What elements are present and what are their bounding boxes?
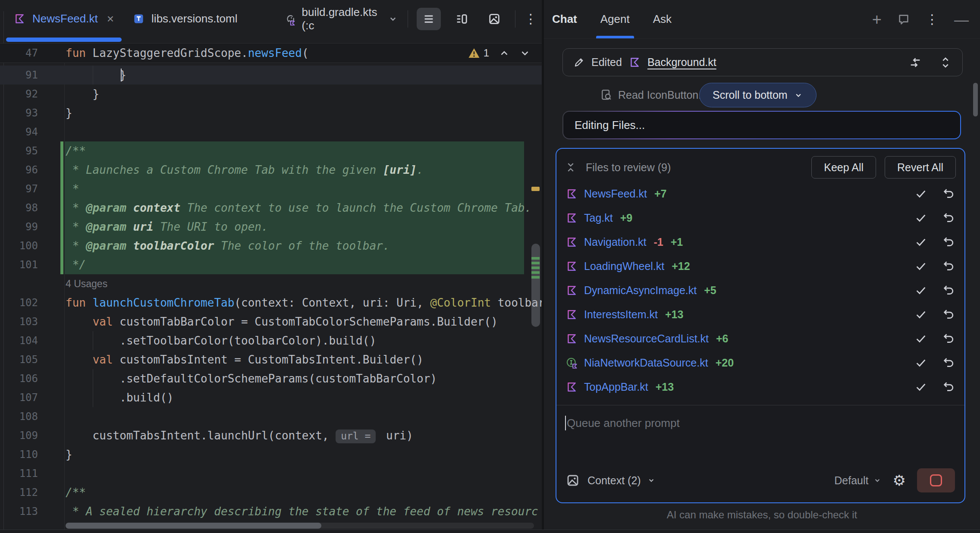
revert-file-undo-icon[interactable]: [942, 332, 955, 345]
tab-dropdown-icon[interactable]: [388, 14, 398, 24]
settings-gear-icon[interactable]: ⚙: [893, 473, 906, 488]
code-line-109[interactable]: 109 customTabsIntent.launchUrl(context, …: [0, 426, 542, 445]
editor-horizontal-scrollbar[interactable]: [66, 523, 534, 529]
code-line-95[interactable]: 95/**: [0, 141, 542, 160]
revert-file-undo-icon[interactable]: [942, 308, 955, 321]
file-link[interactable]: LoadingWheel.kt: [584, 260, 664, 273]
revert-all-button[interactable]: Revert All: [885, 156, 956, 179]
file-link[interactable]: TopAppBar.kt: [584, 381, 648, 393]
file-link[interactable]: NiaNetworkDataSource.kt: [584, 357, 708, 369]
review-file-row-dynamicasyncimage-kt[interactable]: DynamicAsyncImage.kt+5: [556, 278, 964, 302]
new-chat-icon[interactable]: +: [872, 11, 882, 28]
review-file-row-navigation-kt[interactable]: Navigation.kt-1+1: [556, 230, 964, 254]
code-line-104[interactable]: 104 .setToolbarColor(toolbarColor).build…: [0, 331, 542, 350]
file-link[interactable]: Navigation.kt: [584, 236, 647, 248]
chat-more-menu-icon[interactable]: ⋮: [926, 12, 939, 27]
review-file-row-newsresourcecardlist-kt[interactable]: NewsResourceCardList.kt+6: [556, 326, 964, 351]
split-preview-button[interactable]: [449, 8, 474, 30]
agent-status-text: Editing Files...: [575, 119, 645, 132]
preview-image-button[interactable]: [482, 8, 506, 30]
review-file-row-nianetworkdatasource-kt[interactable]: NiaNetworkDataSource.kt+20: [556, 351, 964, 375]
code-text: *: [66, 182, 79, 195]
revert-file-undo-icon[interactable]: [942, 211, 955, 224]
revert-file-undo-icon[interactable]: [942, 380, 955, 393]
file-link[interactable]: InterestsItem.kt: [584, 308, 658, 321]
revert-file-undo-icon[interactable]: [942, 284, 955, 297]
code-line-91[interactable]: 91 }: [0, 66, 542, 85]
keep-file-check-icon[interactable]: [914, 332, 927, 345]
list-view-button[interactable]: [417, 8, 441, 30]
attach-image-icon[interactable]: [566, 473, 580, 487]
keep-file-check-icon[interactable]: [914, 308, 927, 321]
revert-file-undo-icon[interactable]: [942, 356, 955, 369]
revert-file-undo-icon[interactable]: [942, 187, 955, 200]
code-line-100[interactable]: 100 * @param toolbarColor The color of t…: [0, 236, 542, 255]
chat-scrollbar-thumb[interactable]: [973, 83, 978, 116]
diff-swap-icon[interactable]: [909, 56, 922, 69]
file-link[interactable]: NewsResourceCardList.kt: [584, 332, 709, 345]
code-line-99[interactable]: 99 * @param uri The URI to open.: [0, 217, 542, 236]
file-link[interactable]: NewsFeed.kt: [584, 188, 647, 200]
keep-all-button[interactable]: Keep All: [811, 156, 876, 179]
code-line-98[interactable]: 98 * @param context The context to use t…: [0, 198, 542, 217]
code-line-113[interactable]: 113 * A sealed hierarchy describing the …: [0, 502, 542, 521]
code-line-105[interactable]: 105 val customTabsIntent = CustomTabsInt…: [0, 350, 542, 369]
usages-hint[interactable]: 4 Usages: [0, 274, 542, 293]
horizontal-scrollbar-thumb[interactable]: [66, 523, 321, 529]
file-link[interactable]: Tag.kt: [584, 212, 613, 224]
code-line-96[interactable]: 96 * Launches a Custom Chrome Tab with t…: [0, 160, 542, 179]
close-tab-icon[interactable]: ×: [107, 12, 114, 26]
code-line-106[interactable]: 106 .setDefaultColorSchemeParams(customT…: [0, 369, 542, 388]
keep-file-check-icon[interactable]: [914, 187, 927, 200]
code-line-108[interactable]: 108: [0, 407, 542, 426]
code-line-93[interactable]: 93}: [0, 103, 542, 122]
code-line-102[interactable]: 102fun launchCustomChromeTab(context: Co…: [0, 293, 542, 312]
context-dropdown[interactable]: Context (2): [587, 474, 656, 487]
code-line-110[interactable]: 110}: [0, 445, 542, 464]
revert-file-undo-icon[interactable]: [942, 260, 955, 273]
code-line-111[interactable]: 111: [0, 464, 542, 483]
code-line-101[interactable]: 101 */: [0, 255, 542, 274]
editor-tab-newsfeed-kt[interactable]: NewsFeed.kt×: [4, 0, 123, 38]
model-dropdown[interactable]: Default: [834, 474, 881, 487]
chat-tab-ask[interactable]: Ask: [653, 0, 672, 38]
review-file-row-topappbar-kt[interactable]: TopAppBar.kt+13: [556, 375, 964, 399]
editor-vertical-scrollbar[interactable]: [531, 244, 540, 327]
revert-file-undo-icon[interactable]: [942, 235, 955, 248]
review-file-row-interestsitem-kt[interactable]: InterestsItem.kt+13: [556, 302, 964, 326]
code-line-112[interactable]: 112/**: [0, 483, 542, 502]
minimize-icon[interactable]: —: [954, 12, 969, 27]
keep-file-check-icon[interactable]: [914, 211, 927, 224]
sticky-function-line[interactable]: 47 fun LazyStaggeredGridScope.newsFeed( …: [0, 43, 542, 63]
editor-more-menu[interactable]: ⋮: [524, 11, 537, 26]
next-warning-icon[interactable]: [519, 47, 531, 59]
keep-file-check-icon[interactable]: [914, 235, 927, 248]
chat-history-icon[interactable]: [897, 13, 910, 26]
edited-file-link[interactable]: Background.kt: [647, 56, 716, 69]
inspection-widget[interactable]: 1: [468, 47, 542, 59]
scroll-to-bottom-button[interactable]: Scroll to bottom: [699, 83, 817, 107]
review-file-row-newsfeed-kt[interactable]: NewsFeed.kt+7: [556, 182, 964, 206]
code-line-92[interactable]: 92 }: [0, 85, 542, 103]
prev-warning-icon[interactable]: [499, 47, 510, 59]
chat-tab-agent[interactable]: Agent: [600, 0, 630, 38]
keep-file-check-icon[interactable]: [914, 380, 927, 393]
editor-tab-libs-versions-toml[interactable]: libs.versions.toml: [123, 0, 247, 38]
stop-button[interactable]: [917, 468, 955, 492]
editor-tab-build-gradle-kts-c[interactable]: build.gradle.kts (:c: [274, 0, 408, 38]
file-link[interactable]: DynamicAsyncImage.kt: [584, 284, 697, 297]
code-area[interactable]: 91 }92 }93}9495/**96 * Launches a Custom…: [0, 63, 542, 533]
code-line-94[interactable]: 94: [0, 122, 542, 141]
edited-file-card[interactable]: Edited Background.kt: [562, 48, 963, 76]
keep-file-check-icon[interactable]: [914, 260, 927, 273]
review-file-row-loadingwheel-kt[interactable]: LoadingWheel.kt+12: [556, 254, 964, 278]
keep-file-check-icon[interactable]: [914, 356, 927, 369]
prompt-input[interactable]: Queue another prompt: [565, 416, 956, 430]
code-line-103[interactable]: 103 val customTabBarColor = CustomTabCol…: [0, 312, 542, 331]
collapse-icon[interactable]: [565, 162, 576, 173]
expand-unfold-icon[interactable]: [939, 56, 952, 69]
keep-file-check-icon[interactable]: [914, 284, 927, 297]
review-file-row-tag-kt[interactable]: Tag.kt+9: [556, 206, 964, 230]
code-line-107[interactable]: 107 .build(): [0, 388, 542, 407]
code-line-97[interactable]: 97 *: [0, 179, 542, 198]
